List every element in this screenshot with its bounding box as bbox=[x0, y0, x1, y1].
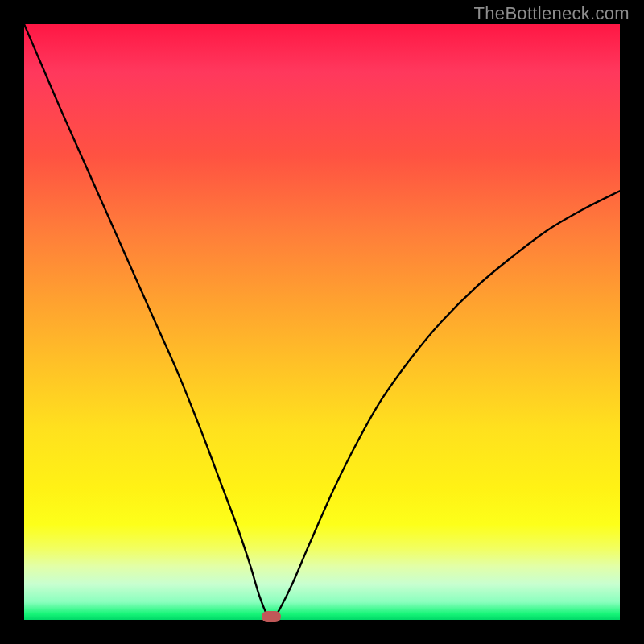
plot-area bbox=[24, 24, 620, 620]
chart-frame: TheBottleneck.com bbox=[0, 0, 644, 644]
bottleneck-curve-path bbox=[24, 24, 620, 619]
curve-svg bbox=[24, 24, 620, 620]
optimal-point-marker bbox=[262, 611, 281, 622]
watermark-text: TheBottleneck.com bbox=[474, 3, 630, 24]
